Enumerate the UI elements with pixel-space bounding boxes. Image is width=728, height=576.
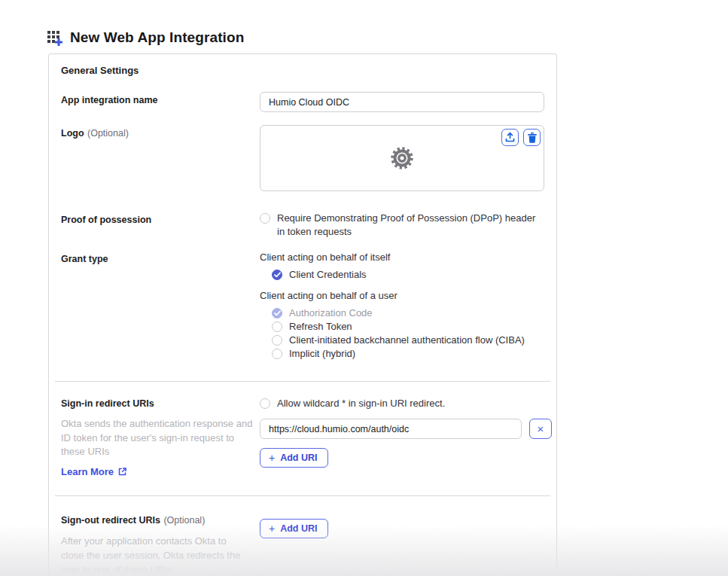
- signin-uri-row: ×: [260, 419, 544, 439]
- add-uri-button-label: Add URI: [280, 523, 317, 534]
- refresh-token-checkbox[interactable]: [272, 322, 282, 332]
- general-settings-card: General Settings App integration name Lo…: [48, 53, 557, 576]
- check-icon: [274, 272, 281, 278]
- page-header: New Web App Integration: [47, 29, 728, 47]
- external-link-icon: [118, 468, 126, 476]
- signout-uris-help: After your application contacts Okta to …: [61, 534, 251, 576]
- implicit-label[interactable]: Implicit (hybrid): [289, 347, 355, 361]
- implicit-checkbox[interactable]: [272, 349, 282, 359]
- signin-learn-more-link[interactable]: Learn More: [61, 466, 126, 477]
- remove-uri-button[interactable]: ×: [529, 419, 552, 439]
- authorization-code-label: Authorization Code: [289, 306, 373, 320]
- signout-optional-label: (Optional): [163, 515, 205, 526]
- authorization-code-checkbox: [272, 308, 282, 318]
- dpop-checkbox[interactable]: [260, 213, 270, 224]
- wildcard-checkbox[interactable]: [260, 398, 270, 409]
- ciba-checkbox[interactable]: [272, 335, 282, 346]
- close-icon: ×: [538, 423, 544, 434]
- wildcard-checkbox-label[interactable]: Allow wildcard * in sign-in URI redirect…: [277, 397, 445, 410]
- delete-logo-button[interactable]: [523, 129, 541, 146]
- field-row-signout-redirect-uris: Sign-out redirect URIs (Optional) After …: [61, 512, 544, 576]
- refresh-token-label[interactable]: Refresh Token: [289, 320, 352, 334]
- logo-label: Logo: [61, 128, 84, 139]
- section-divider: [55, 381, 550, 382]
- app-name-label: App integration name: [61, 95, 157, 105]
- logo-optional-label: (Optional): [87, 128, 129, 139]
- app-name-input[interactable]: [260, 92, 544, 112]
- section-divider: [55, 495, 550, 496]
- proof-label: Proof of possession: [61, 215, 151, 225]
- page-title: New Web App Integration: [70, 29, 244, 46]
- grant-option-refresh-token: Refresh Token: [272, 320, 544, 334]
- field-row-app-name: App integration name: [61, 92, 544, 112]
- check-icon: [274, 310, 281, 316]
- add-uri-button-label: Add URI: [280, 453, 317, 463]
- trash-icon: [527, 132, 538, 143]
- grant-option-client-credentials: Client Credentials: [272, 268, 544, 282]
- upload-logo-button[interactable]: [501, 129, 519, 146]
- field-row-logo: Logo (Optional): [61, 125, 544, 191]
- section-title: General Settings: [61, 65, 544, 76]
- client-credentials-checkbox[interactable]: [272, 270, 282, 280]
- add-app-icon: [47, 29, 63, 46]
- client-credentials-label[interactable]: Client Credentials: [289, 268, 367, 282]
- logo-preview-box: [260, 125, 544, 191]
- field-row-grant-type: Grant type Client acting on behalf of it…: [61, 251, 544, 368]
- signin-add-uri-button[interactable]: + Add URI: [260, 448, 328, 468]
- signin-uri-input[interactable]: [260, 419, 522, 439]
- dpop-checkbox-label[interactable]: Require Demonstrating Proof of Possessio…: [277, 212, 541, 239]
- signout-uris-label: Sign-out redirect URIs: [61, 515, 160, 526]
- grant-group-user-title: Client acting on behalf of a user: [260, 289, 544, 303]
- grant-type-label: Grant type: [61, 254, 108, 264]
- plus-icon: +: [269, 523, 275, 534]
- signin-learn-more-text: Learn More: [61, 466, 114, 477]
- ciba-label[interactable]: Client-initiated backchannel authenticat…: [289, 334, 525, 347]
- signin-uris-label: Sign-in redirect URIs: [61, 398, 260, 410]
- grant-option-authorization-code: Authorization Code: [272, 306, 544, 320]
- grant-option-implicit: Implicit (hybrid): [272, 347, 544, 361]
- plus-icon: +: [269, 453, 275, 463]
- grant-group-self-title: Client acting on behalf of itself: [260, 251, 544, 264]
- signout-add-uri-button[interactable]: + Add URI: [260, 519, 328, 538]
- field-row-signin-redirect-uris: Sign-in redirect URIs Okta sends the aut…: [61, 397, 544, 478]
- grant-option-ciba: Client-initiated backchannel authenticat…: [272, 334, 544, 347]
- upload-icon: [504, 132, 516, 143]
- field-row-proof-of-possession: Proof of possession Require Demonstratin…: [61, 212, 544, 239]
- signin-uris-help: Okta sends the authentication response a…: [61, 417, 260, 459]
- logo-actions: [501, 129, 541, 146]
- gear-icon: [388, 145, 416, 172]
